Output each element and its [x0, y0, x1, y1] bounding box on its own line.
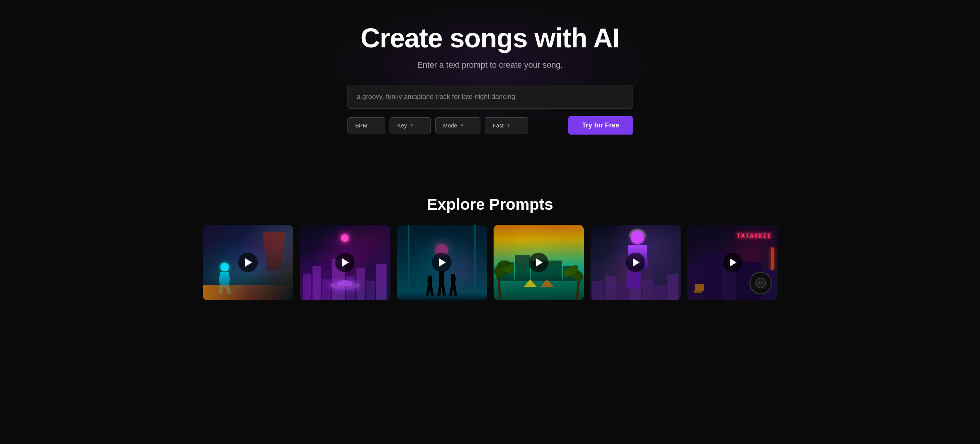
prompt-input-container	[347, 85, 633, 109]
prompt-card-6[interactable]: TATAKKIE	[687, 225, 778, 300]
prompt-card-1[interactable]	[203, 225, 293, 300]
main-title: Create songs with AI	[361, 22, 619, 53]
key-label: Key	[398, 122, 407, 129]
play-icon-1	[245, 258, 252, 267]
try-free-button[interactable]: Try for Free	[568, 116, 633, 134]
explore-title: Explore Prompts	[8, 195, 972, 214]
play-button-5[interactable]	[626, 252, 645, 272]
play-button-6[interactable]	[723, 252, 742, 272]
play-button-1[interactable]	[238, 252, 258, 272]
mode-label: Mode	[443, 122, 458, 129]
play-icon-2	[342, 258, 349, 267]
explore-section: Explore Prompts	[0, 180, 980, 308]
bpm-button[interactable]: BPM	[347, 117, 385, 133]
play-icon-4	[536, 258, 543, 267]
mode-chevron-icon: ▼	[460, 123, 464, 128]
play-button-4[interactable]	[529, 252, 549, 272]
prompt-card-3[interactable]	[397, 225, 487, 300]
controls-row: BPM Key ▼ Mode ▼ Fast ▼ Try for Free	[347, 116, 633, 134]
key-button[interactable]: Key ▼	[390, 117, 431, 133]
speed-button[interactable]: Fast ▼	[485, 117, 528, 133]
try-free-label: Try for Free	[582, 121, 619, 129]
play-icon-5	[633, 258, 640, 267]
key-chevron-icon: ▼	[410, 123, 414, 128]
hero-section: Create songs with AI Enter a text prompt…	[0, 0, 980, 180]
prompt-input[interactable]	[347, 85, 633, 109]
speed-chevron-icon: ▼	[507, 123, 511, 128]
play-button-2[interactable]	[335, 252, 355, 272]
prompt-card-4[interactable]	[493, 225, 584, 300]
prompt-card-2[interactable]	[300, 225, 390, 300]
play-icon-3	[439, 258, 446, 267]
mode-button[interactable]: Mode ▼	[435, 117, 480, 133]
subtitle: Enter a text prompt to create your song.	[417, 60, 563, 70]
prompt-card-5[interactable]	[590, 225, 681, 300]
speed-label: Fast	[493, 122, 504, 129]
bpm-label: BPM	[355, 122, 368, 129]
play-icon-6	[730, 258, 737, 267]
prompts-grid: TATAKKIE	[8, 225, 972, 300]
play-button-3[interactable]	[432, 252, 452, 272]
